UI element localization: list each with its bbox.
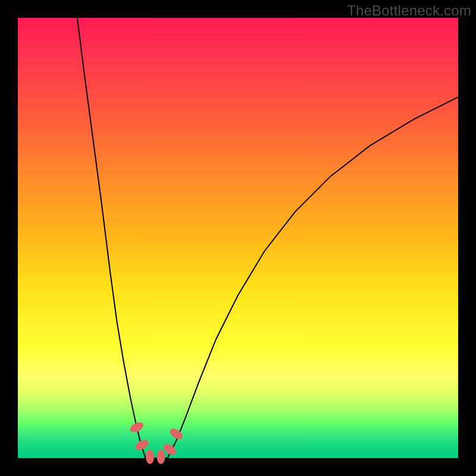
curve-marker-1 (134, 438, 151, 452)
chart-frame: TheBottleneck.com (0, 0, 476, 476)
curve-marker-2 (146, 450, 154, 464)
curve-right-branch (168, 97, 458, 458)
curve-marker-0 (129, 420, 145, 434)
curve-marker-3 (157, 450, 165, 464)
watermark-text: TheBottleneck.com (347, 2, 471, 19)
curve-layer (18, 18, 458, 458)
plot-area (18, 18, 458, 458)
curve-left-branch (77, 18, 146, 458)
